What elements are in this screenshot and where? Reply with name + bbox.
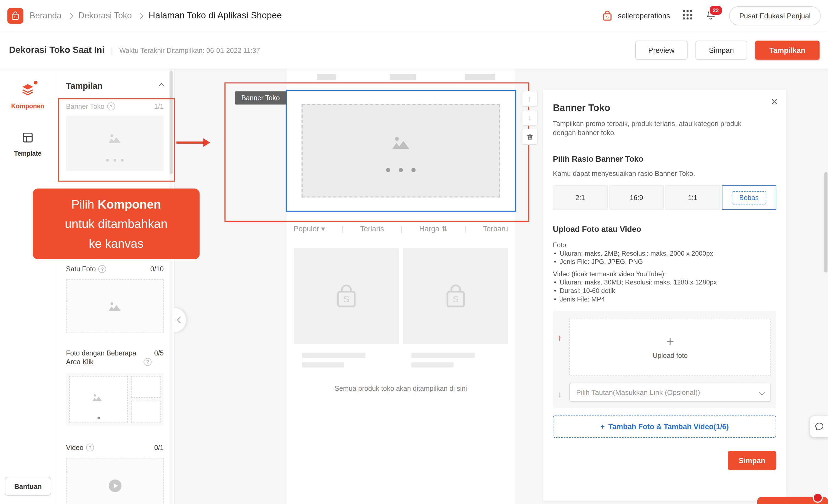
nav-komponen-label: Komponen (11, 102, 44, 110)
image-placeholder-icon (388, 130, 413, 155)
shopee-bag-icon: S (440, 281, 471, 311)
add-photo-video-button[interactable]: + Tambah Foto & Tambah Video(1/6) (553, 416, 776, 438)
dot-indicator (97, 417, 100, 419)
shopee-bag-icon: S (331, 281, 362, 311)
arrow-up-icon: ↑ (528, 94, 531, 103)
move-down-button[interactable]: ↓ (522, 110, 538, 126)
dots-indicator (66, 159, 164, 162)
svg-text:S: S (606, 14, 609, 19)
component-item-video[interactable]: Video ? 0/1 (66, 444, 164, 504)
page-scrollbar-thumb[interactable] (824, 172, 828, 272)
ratio-option-1-1[interactable]: 1:1 (665, 185, 720, 210)
dots-indicator (386, 168, 415, 172)
help-button[interactable]: Bantuan (5, 477, 51, 496)
decoration-title: Dekorasi Toko Saat Ini (9, 45, 105, 56)
product-card-placeholder: S (403, 248, 508, 378)
section-tampilan-header[interactable]: Tampilan (66, 81, 164, 91)
video-rule: Durasi: 10-60 detik (553, 287, 776, 295)
banner-component-selected[interactable] (286, 90, 516, 212)
upload-slot-container: ↑ ↓ + Upload foto Pilih Tautan(Masukkan … (553, 311, 776, 408)
chat-floating-button[interactable] (810, 416, 828, 437)
notifications-button[interactable]: 22 (705, 9, 716, 23)
banner-placeholder (301, 104, 500, 198)
ratio-option-16-9[interactable]: 16:9 (609, 185, 664, 210)
breadcrumb-home[interactable]: Beranda (30, 11, 62, 20)
account-menu[interactable]: S selleroperations (601, 10, 670, 22)
component-item-satu-foto[interactable]: Satu Foto ? 0/10 (66, 265, 164, 333)
component-label: Banner Toko (66, 102, 105, 111)
tooltip-line1: Pilih Komponen (71, 195, 161, 214)
component-item-banner-toko[interactable]: Banner Toko ? 1/1 (66, 102, 164, 171)
settings-save-button[interactable]: Simpan (728, 451, 776, 470)
top-header: S Beranda Dekorasi Toko Halaman Toko di … (0, 0, 828, 32)
text-line-placeholder (411, 353, 475, 358)
nav-template[interactable]: Template (0, 131, 55, 157)
svg-text:S: S (14, 15, 17, 19)
save-button[interactable]: Simpan (696, 41, 747, 59)
ratio-option-label: Bebas (739, 194, 759, 202)
trash-icon (526, 133, 534, 141)
divider: | (341, 224, 343, 233)
sort-tab-terbaru[interactable]: Terbaru (483, 224, 508, 233)
upload-photo-dropzone[interactable]: + Upload foto (569, 318, 771, 376)
sort-tab-harga[interactable]: Harga⇅ (419, 224, 448, 233)
close-icon[interactable]: × (771, 96, 778, 108)
new-indicator-dot (34, 81, 37, 84)
panel-scrollbar-thumb[interactable] (169, 71, 173, 174)
chevron-down-icon (759, 389, 765, 395)
empty-products-note: Semua produk toko akan ditampilkan di si… (287, 384, 515, 392)
sort-tab-terlaris[interactable]: Terlaris (360, 224, 384, 233)
photo-rule: Jenis File: JPG, JPEG, PNG (553, 258, 776, 266)
divider: | (401, 224, 403, 233)
chat-bubble-icon (814, 421, 824, 432)
text-line-placeholder (302, 362, 344, 368)
reorder-up-button[interactable]: ↑ (558, 333, 562, 342)
move-up-button[interactable]: ↑ (522, 91, 538, 107)
section-tampilan-title: Tampilan (66, 81, 102, 91)
preview-button[interactable]: Preview (635, 41, 688, 59)
component-label: Foto dengan Beberapa Area Klik (66, 349, 141, 367)
nav-komponen[interactable]: Komponen (0, 83, 55, 110)
seller-education-button[interactable]: Pusat Edukasi Penjual (729, 6, 821, 25)
publish-button[interactable]: Tampilkan (755, 41, 820, 59)
component-item-multi-klik[interactable]: Foto dengan Beberapa Area Klik ? 0/5 (66, 349, 164, 426)
ratio-section-title: Pilih Rasio Banner Toko (553, 154, 776, 163)
text-line-placeholder (411, 362, 454, 368)
chevron-left-icon (177, 317, 183, 323)
breadcrumb-level1[interactable]: Dekorasi Toko (78, 11, 132, 20)
cutoff-text-placeholder (464, 74, 495, 80)
link-placeholder: Pilih Tautan(Masukkan Link (Opsional)) (576, 388, 700, 396)
sort-tab-populer[interactable]: Populer▾ (294, 224, 325, 233)
photo-rule: Ukuran: maks. 2MB; Resolusi: maks. 2000 … (553, 249, 776, 258)
component-action-buttons: ↑ ↓ (522, 91, 538, 145)
reorder-down-button[interactable]: ↓ (558, 390, 562, 399)
template-icon (21, 131, 34, 146)
help-question-icon[interactable]: ? (98, 265, 106, 273)
divider: | (111, 46, 113, 55)
ratio-option-bebas-selected[interactable]: Bebas (722, 185, 776, 210)
component-label: Video (66, 444, 84, 451)
header-right-cluster: S selleroperations 22 Pusat Edukasi Penj… (601, 0, 821, 32)
help-question-icon[interactable]: ? (86, 444, 94, 451)
shopee-logo-icon[interactable]: S (7, 8, 23, 24)
ratio-option-2-1[interactable]: 2:1 (553, 185, 607, 210)
product-sort-bar: Populer▾ | Terlaris | Harga⇅ | Terbaru (294, 222, 508, 236)
image-placeholder-icon (106, 129, 124, 148)
tooltip-line3: ke kanvas (89, 234, 143, 253)
delete-button[interactable] (522, 129, 538, 145)
avatar: S (601, 10, 614, 22)
link-select-dropdown[interactable]: Pilih Tautan(Masukkan Link (Opsional)) (569, 383, 771, 402)
component-thumbnail (66, 373, 164, 426)
video-rule: Ukuran: maks. 30MB; Resolusi: maks. 1280… (553, 278, 776, 287)
photo-rules-label: Foto: (553, 241, 776, 249)
layers-icon (20, 83, 35, 99)
banner-settings-panel: × Banner Toko Tampilkan promo terbaik, p… (543, 90, 786, 501)
help-question-icon[interactable]: ? (143, 358, 152, 366)
shopee-bag-glyph: S (10, 11, 21, 22)
help-question-icon[interactable]: ? (107, 102, 115, 111)
apps-grid-icon[interactable] (683, 10, 692, 22)
svg-text:S: S (343, 294, 349, 304)
username: selleroperations (618, 11, 670, 20)
play-icon (107, 477, 124, 494)
component-count: 1/1 (154, 102, 164, 111)
